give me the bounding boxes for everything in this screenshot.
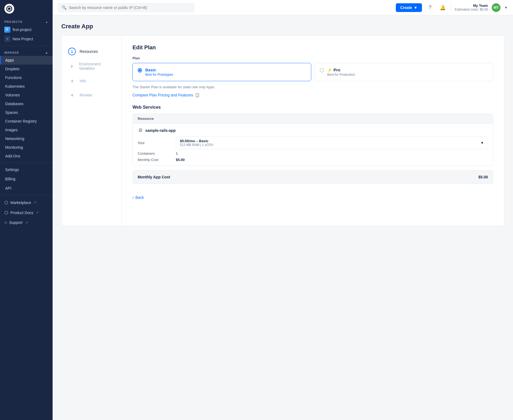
step-3-info[interactable]: 3 Info: [62, 74, 121, 88]
sidebar-item-monitoring[interactable]: Monitoring: [0, 143, 53, 152]
search-icon: 🔍: [62, 5, 67, 10]
step-3-label: Info: [80, 79, 86, 83]
step-2-number: 2: [68, 62, 75, 70]
back-label: Back: [135, 195, 144, 200]
product-docs-external-icon: ↗: [36, 211, 38, 214]
manage-label: MANAGE: [4, 51, 19, 54]
team-info: My Team Estimated costs: $0.00: [455, 4, 488, 11]
plan-options: Basic Best for Prototypes ⚡ Pro Best f: [132, 63, 493, 81]
images-label: Images: [5, 128, 18, 132]
add-ons-label: Add-Ons: [5, 154, 20, 158]
service-icon: 🖥: [138, 127, 143, 133]
plan-option-basic[interactable]: Basic Best for Prototypes: [132, 63, 311, 81]
create-button[interactable]: Create ▼: [396, 3, 422, 12]
sidebar-item-api[interactable]: API: [0, 184, 53, 193]
compare-link-label: Compare Plan Pricing and Features: [132, 93, 193, 97]
support-external-icon: ↗: [25, 221, 28, 224]
search-bar[interactable]: 🔍: [58, 3, 194, 12]
kubernetes-label: Kubernetes: [5, 84, 25, 89]
settings-label: Settings: [5, 168, 19, 172]
sidebar-item-volumes[interactable]: Volumes: [0, 91, 53, 99]
logo-circle: [4, 4, 14, 14]
functions-label: Functions: [5, 75, 22, 80]
size-select-sub: 512 MB RAM | 1 vCPU: [180, 143, 213, 147]
basic-plan-name: Basic: [145, 68, 173, 72]
pro-radio[interactable]: [320, 68, 324, 72]
containers-row: Containers 1: [138, 151, 488, 156]
step-4-review[interactable]: 4 Review: [62, 88, 121, 102]
size-label: Size: [138, 141, 176, 145]
create-label: Create: [400, 5, 412, 10]
sidebar-item-spaces[interactable]: Spaces: [0, 108, 53, 117]
project-label: first-project: [13, 28, 31, 32]
sidebar-item-first-project[interactable]: P first-project: [0, 25, 53, 34]
sidebar-item-databases[interactable]: Databases: [0, 99, 53, 108]
marketplace-external-icon: ↗: [34, 201, 36, 204]
spaces-label: Spaces: [5, 110, 18, 115]
step-1-resources[interactable]: 1 Resources: [62, 44, 121, 59]
basic-radio[interactable]: [138, 68, 142, 72]
help-button[interactable]: ?: [426, 3, 434, 12]
compare-link[interactable]: Compare Plan Pricing and Features 📋: [132, 93, 493, 97]
monthly-app-cost-value: $5.00: [478, 175, 488, 179]
sidebar-item-billing[interactable]: Billing: [0, 174, 53, 184]
sidebar-item-marketplace[interactable]: ⬡ Marketplace ↗: [0, 197, 53, 208]
avatar[interactable]: MT: [492, 3, 500, 12]
project-icon: P: [4, 27, 10, 33]
monitoring-label: Monitoring: [5, 145, 23, 150]
droplets-label: Droplets: [5, 67, 19, 71]
sidebar-item-droplets[interactable]: Droplets: [0, 65, 53, 73]
notifications-button[interactable]: 🔔: [438, 3, 447, 12]
step-4-number: 4: [68, 91, 76, 99]
sidebar-item-new-project[interactable]: + New Project: [0, 34, 53, 44]
pro-plan-desc: Best for Production: [327, 73, 355, 77]
sidebar-divider-3: [0, 195, 53, 195]
back-section: ‹ Back: [132, 190, 493, 200]
search-input[interactable]: [69, 5, 191, 10]
sidebar-item-kubernetes[interactable]: Kubernetes: [0, 82, 53, 91]
service-table: Resource 🖥 sample-rails-app Size $5.00/m…: [132, 114, 493, 166]
sidebar-item-networking[interactable]: Networking: [0, 134, 53, 143]
monthly-cost-value: $5.00: [176, 158, 185, 162]
sidebar-item-container-registry[interactable]: Container Registry: [0, 117, 53, 126]
step-2-env-vars[interactable]: 2 Environment Variables: [62, 59, 121, 74]
projects-label: PROJECTS: [4, 20, 22, 23]
sidebar-item-images[interactable]: Images: [0, 126, 53, 134]
sidebar-item-apps[interactable]: Apps: [0, 56, 53, 65]
sidebar-item-product-docs[interactable]: ⬡ Product Docs ↗: [0, 208, 53, 218]
sidebar-item-add-ons[interactable]: Add-Ons: [0, 152, 53, 160]
estimated-cost-value: $0.00: [480, 8, 488, 11]
manage-chevron-icon: ▲: [45, 51, 48, 54]
user-menu-chevron-icon[interactable]: ▼: [504, 6, 508, 10]
networking-label: Networking: [5, 136, 24, 141]
team-name: My Team: [455, 4, 488, 8]
volumes-label: Volumes: [5, 93, 20, 97]
create-chevron-icon: ▼: [414, 5, 418, 10]
content: Create App 1 Resources 2 Environment Var…: [53, 15, 513, 420]
logo-inner: [6, 6, 12, 12]
plan-option-pro[interactable]: ⚡ Pro Best for Production: [315, 63, 493, 81]
logo[interactable]: [0, 0, 53, 17]
plan-area: Edit Plan Plan Basic Best for Prototypes: [122, 36, 504, 226]
help-icon: ?: [429, 5, 431, 10]
compare-link-icon: 📋: [195, 93, 200, 97]
size-select-text: $5.00/mo – Basic 512 MB RAM | 1 vCPU: [180, 139, 213, 147]
step-2-label: Environment Variables: [79, 62, 115, 71]
starter-note: The Starter Plan is available for static…: [132, 85, 493, 89]
lightning-icon: ⚡: [327, 68, 332, 72]
team-cost: Estimated costs: $0.00: [455, 8, 488, 11]
monthly-app-cost-label: Monthly App Cost: [138, 175, 170, 179]
sidebar-item-functions[interactable]: Functions: [0, 73, 53, 82]
wizard-card: 1 Resources 2 Environment Variables 3 In…: [61, 35, 504, 226]
back-button[interactable]: ‹ Back: [132, 195, 144, 200]
container-registry-label: Container Registry: [5, 119, 37, 123]
header: 🔍 Create ▼ ? 🔔 My Team Estimated costs: …: [53, 0, 513, 15]
sidebar-item-settings[interactable]: Settings: [0, 165, 53, 174]
sidebar-divider-2: [0, 163, 53, 163]
monthly-app-cost-bar: Monthly App Cost $5.00: [132, 170, 493, 184]
header-right: Create ▼ ? 🔔 My Team Estimated costs: $0…: [396, 3, 508, 12]
sidebar-item-support[interactable]: ○ Support ↗: [0, 218, 53, 227]
size-select[interactable]: $5.00/mo – Basic 512 MB RAM | 1 vCPU ▼: [176, 136, 488, 149]
size-select-main: $5.00/mo – Basic: [180, 139, 213, 143]
size-select-chevron-icon: ▼: [480, 141, 484, 145]
